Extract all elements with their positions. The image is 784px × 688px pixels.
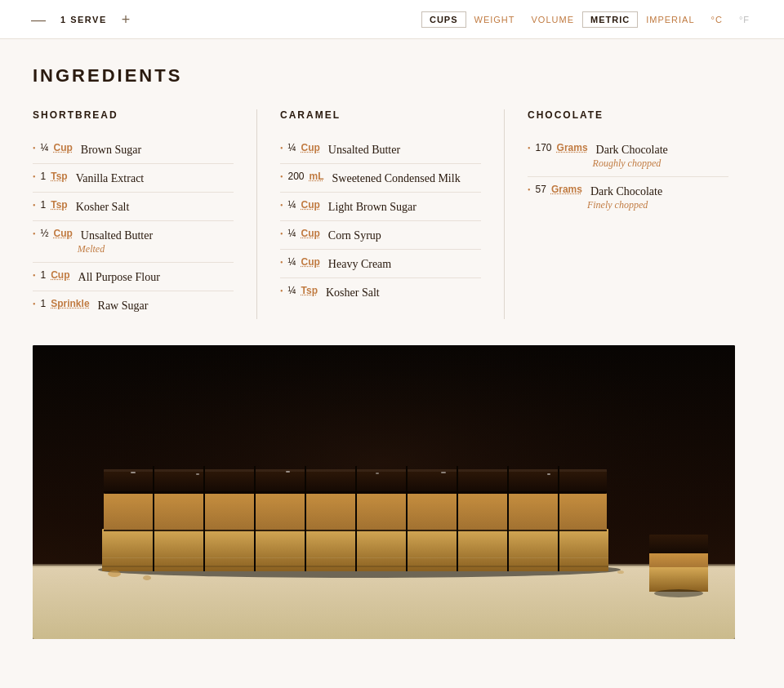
ingredient-info: Unsalted ButterMelted <box>78 228 234 255</box>
serve-minus-button[interactable]: — <box>26 11 51 29</box>
ingredient-unit[interactable]: Cup <box>301 199 320 211</box>
ingredient-quantity: ½ <box>41 228 49 239</box>
ingredient-name: All Purpose Flour <box>78 271 160 283</box>
svg-rect-33 <box>649 567 708 592</box>
ingredient-unit[interactable]: Tsp <box>51 199 67 211</box>
svg-rect-24 <box>286 471 290 473</box>
ingredient-info: Raw Sugar <box>95 298 234 313</box>
ingredient-info: Brown Sugar <box>78 142 234 157</box>
ingredient-unit[interactable]: Cup <box>51 269 69 281</box>
caramel-title: CARAMEL <box>280 109 481 121</box>
ingredient-quantity: ¼ <box>41 142 49 153</box>
ingredient-quantity: ¼ <box>288 285 296 296</box>
ingredient-item: •¼CupBrown Sugar <box>33 135 234 164</box>
ingredients-title: INGREDIENTS <box>33 65 751 87</box>
svg-rect-27 <box>547 473 550 475</box>
bullet-icon: • <box>33 229 36 238</box>
ingredient-name: Sweetened Condensed Milk <box>332 172 461 184</box>
ingredient-name: Unsalted Butter <box>81 229 153 242</box>
ingredient-item: •57GramsDark ChocolateFinely chopped <box>528 177 728 218</box>
ingredient-quantity: 57 <box>536 184 546 195</box>
ingredient-info: Kosher Salt <box>73 199 234 214</box>
ingredient-name: Dark Chocolate <box>596 144 668 156</box>
shortbread-column: SHORTBREAD •¼CupBrown Sugar•1TspVanilla … <box>33 109 257 319</box>
ingredient-info: Unsalted Butter <box>325 142 481 157</box>
unit-metric-button[interactable]: METRIC <box>582 11 638 28</box>
ingredient-name: Vanilla Extract <box>76 172 145 184</box>
ingredient-item: •1SprinkleRaw Sugar <box>33 291 234 319</box>
ingredient-name: Light Brown Sugar <box>328 201 416 213</box>
ingredient-note: Finely chopped <box>587 199 728 211</box>
ingredient-unit[interactable]: Tsp <box>301 285 318 296</box>
food-image <box>33 345 735 639</box>
ingredient-unit[interactable]: Tsp <box>51 171 67 182</box>
ingredient-info: Light Brown Sugar <box>325 199 481 214</box>
ingredient-quantity: 200 <box>288 171 305 182</box>
bullet-icon: • <box>528 144 531 153</box>
ingredient-item: •¼CupLight Brown Sugar <box>280 193 481 221</box>
ingredient-unit[interactable]: Cup <box>301 142 320 153</box>
ingredient-name: Raw Sugar <box>98 300 149 312</box>
unit-volume-button[interactable]: VOLUME <box>523 11 582 28</box>
ingredient-item: •170GramsDark ChocolateRoughly chopped <box>528 135 728 177</box>
svg-point-28 <box>108 570 121 577</box>
ingredient-quantity: ¼ <box>288 199 296 211</box>
ingredient-columns: SHORTBREAD •¼CupBrown Sugar•1TspVanilla … <box>33 109 751 319</box>
main-content: INGREDIENTS SHORTBREAD •¼CupBrown Sugar•… <box>0 39 784 639</box>
caramel-column: CARAMEL •¼CupUnsalted Butter•200mLSweete… <box>257 109 505 319</box>
ingredient-unit[interactable]: Cup <box>54 228 73 239</box>
ingredient-info: Corn Syrup <box>325 228 481 242</box>
ingredient-item: •1TspVanilla Extract <box>33 164 234 193</box>
shortbread-title: SHORTBREAD <box>33 109 234 121</box>
ingredient-quantity: 1 <box>41 199 47 211</box>
unit-celsius-button[interactable]: °C <box>703 11 731 28</box>
ingredient-name: Corn Syrup <box>328 229 381 242</box>
ingredient-name: Kosher Salt <box>326 286 380 299</box>
svg-rect-31 <box>649 535 708 556</box>
svg-rect-22 <box>131 472 136 473</box>
ingredient-item: •¼CupHeavy Cream <box>280 250 481 278</box>
ingredient-unit[interactable]: Grams <box>551 184 582 195</box>
ingredient-unit[interactable]: Cup <box>54 142 73 153</box>
svg-rect-23 <box>196 473 199 475</box>
ingredient-note: Roughly chopped <box>593 158 728 170</box>
unit-cups-button[interactable]: CUPS <box>421 11 466 28</box>
unit-weight-button[interactable]: WEIGHT <box>466 11 523 28</box>
ingredient-item: •1TspKosher Salt <box>33 193 234 221</box>
ingredient-unit[interactable]: Cup <box>301 228 320 239</box>
bullet-icon: • <box>528 185 531 194</box>
svg-rect-26 <box>441 472 446 473</box>
bullet-icon: • <box>280 144 283 153</box>
svg-point-30 <box>617 570 624 574</box>
bullet-icon: • <box>33 201 36 210</box>
ingredient-info: Dark ChocolateRoughly chopped <box>593 142 728 170</box>
unit-imperial-button[interactable]: IMPERIAL <box>638 11 702 28</box>
ingredient-item: •¼CupCorn Syrup <box>280 221 481 250</box>
ingredient-quantity: 1 <box>41 269 47 281</box>
ingredient-unit[interactable]: Sprinkle <box>51 298 89 309</box>
bullet-icon: • <box>33 271 36 280</box>
bullet-icon: • <box>280 258 283 267</box>
bullet-icon: • <box>33 172 36 181</box>
ingredient-info: Sweetened Condensed Milk <box>329 171 481 185</box>
ingredient-unit[interactable]: Cup <box>301 256 320 268</box>
ingredient-item: •¼TspKosher Salt <box>280 278 481 306</box>
ingredient-quantity: ¼ <box>288 228 296 239</box>
ingredient-name: Brown Sugar <box>81 144 141 156</box>
ingredient-info: Dark ChocolateFinely chopped <box>587 184 728 211</box>
ingredient-name: Kosher Salt <box>76 201 130 213</box>
ingredient-info: Kosher Salt <box>323 285 481 300</box>
ingredient-quantity: 1 <box>41 171 47 182</box>
ingredient-unit[interactable]: Grams <box>557 142 588 153</box>
bullet-icon: • <box>33 300 36 308</box>
ingredient-name: Heavy Cream <box>328 258 391 270</box>
ingredient-info: All Purpose Flour <box>75 269 234 284</box>
ingredient-item: •200mLSweetened Condensed Milk <box>280 164 481 193</box>
ingredient-item: •¼CupUnsalted Butter <box>280 135 481 164</box>
serve-label: 1 Serve <box>60 15 107 24</box>
unit-fahrenheit-button[interactable]: °F <box>731 11 758 28</box>
serve-plus-button[interactable]: + <box>117 11 136 29</box>
ingredient-unit[interactable]: mL <box>310 171 324 182</box>
svg-point-34 <box>654 589 703 597</box>
ingredient-item: •1CupAll Purpose Flour <box>33 263 234 291</box>
